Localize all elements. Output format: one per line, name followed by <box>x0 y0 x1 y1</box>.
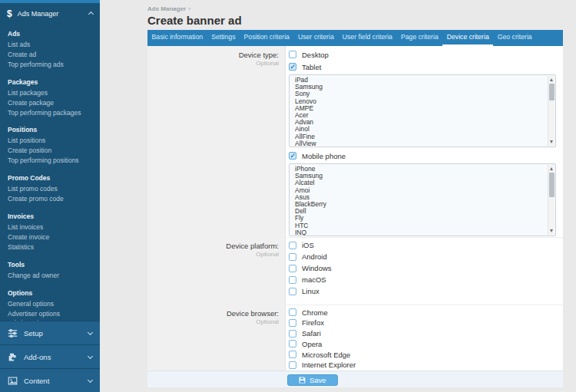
sidebar-item-create-invoice[interactable]: Create invoice <box>0 232 100 242</box>
sidebar-item-list-packages[interactable]: List packages <box>0 88 100 98</box>
checkbox-option-internet-explorer[interactable]: Internet Explorer <box>289 361 558 369</box>
list-items: iPhone Samsung Alcatel Amoi Asus BlackBe… <box>290 164 555 236</box>
checkbox[interactable] <box>289 265 296 272</box>
list-item[interactable]: Dell <box>295 208 545 215</box>
sidebar-item-create-ad[interactable]: Create ad <box>0 50 100 60</box>
scroll-down-icon[interactable] <box>550 140 553 143</box>
breadcrumb-separator-icon: › <box>188 5 190 12</box>
sidebar-item-setup[interactable]: Setup <box>0 321 100 344</box>
sidebar-item-list-promo-codes[interactable]: List promo codes <box>0 184 100 194</box>
tab-settings[interactable]: Settings <box>207 30 240 46</box>
optional-hint: Optional <box>147 60 279 68</box>
checkbox-option-tablet[interactable]: Tablet <box>289 62 558 71</box>
sidebar-item-top-performing-ads[interactable]: Top performing ads <box>0 60 100 70</box>
sidebar-item-create-position[interactable]: Create position <box>0 146 100 156</box>
checkbox[interactable] <box>289 152 296 160</box>
save-button[interactable]: Save <box>287 374 338 386</box>
scrollbar-thumb[interactable] <box>549 173 554 197</box>
tab-basic-information[interactable]: Basic information <box>147 30 207 46</box>
sidebar-item-content[interactable]: Content <box>0 368 100 392</box>
scroll-down-icon[interactable] <box>550 229 553 232</box>
mobile-device-list[interactable]: iPhone Samsung Alcatel Amoi Asus BlackBe… <box>289 163 556 236</box>
tab-user-field-criteria[interactable]: User field criteria <box>338 30 396 46</box>
sidebar-item-top-performing-positions[interactable]: Top performing positions <box>0 156 100 166</box>
checkbox-option-linux[interactable]: Linux <box>289 287 558 295</box>
list-item[interactable]: BlackBerry <box>295 201 545 208</box>
list-item[interactable]: Asus <box>295 194 545 201</box>
list-item[interactable]: iPad <box>295 77 545 84</box>
list-item[interactable]: Samsung <box>295 84 545 91</box>
tab-geo-criteria[interactable]: Geo criteria <box>493 30 536 46</box>
sidebar-item-create-promo-code[interactable]: Create promo code <box>0 194 100 204</box>
list-item[interactable]: Ainol <box>295 126 545 133</box>
list-item[interactable]: Lenovo <box>295 98 545 105</box>
tab-position-criteria[interactable]: Position criteria <box>240 30 293 46</box>
list-item[interactable]: Sony <box>295 91 545 97</box>
list-item[interactable]: Advan <box>295 119 545 126</box>
list-item[interactable]: AMPE <box>295 105 545 112</box>
checkbox-option-mobile-phone[interactable]: Mobile phone <box>289 151 558 160</box>
list-item[interactable]: AllView <box>295 140 545 147</box>
list-item[interactable]: iPhone <box>295 166 545 173</box>
save-button-label: Save <box>310 376 326 384</box>
list-item[interactable]: HTC <box>295 222 545 229</box>
chevron-up-icon <box>88 12 94 17</box>
checkbox-option-macos[interactable]: macOS <box>289 275 558 284</box>
breadcrumb[interactable]: Ads Manager› <box>147 5 190 12</box>
sidebar-bottom-label: Add-ons <box>24 353 88 361</box>
checkbox-option-android[interactable]: Android <box>289 252 558 261</box>
list-item[interactable]: AllFine <box>295 133 545 140</box>
scrollbar-thumb[interactable] <box>549 84 554 100</box>
sidebar-item-top-performing-packages[interactable]: Top performing packages <box>0 108 100 118</box>
checkbox-option-safari[interactable]: Safari <box>289 330 558 338</box>
breadcrumb-label[interactable]: Ads Manager <box>147 5 186 12</box>
sidebar-item-add-ons[interactable]: Add-ons <box>0 344 100 368</box>
checkbox-label: Firefox <box>302 318 324 327</box>
checkbox[interactable] <box>289 308 296 316</box>
checkbox[interactable] <box>289 351 296 358</box>
scroll-up-icon[interactable] <box>550 78 553 81</box>
sidebar-item-general-options[interactable]: General options <box>0 299 100 309</box>
list-item[interactable]: Amoi <box>295 187 545 194</box>
sidebar-item-list-invoices[interactable]: List invoices <box>0 222 100 232</box>
checkbox[interactable] <box>289 361 296 369</box>
checkbox[interactable] <box>289 242 296 249</box>
sidebar-item-change-ad-owner[interactable]: Change ad owner <box>0 271 100 281</box>
checkbox[interactable] <box>289 63 296 71</box>
sidebar-item-list-ads[interactable]: List ads <box>0 40 100 50</box>
device-type-label-block: Device type: Optional <box>147 46 286 237</box>
checkbox[interactable] <box>289 340 296 348</box>
checkbox-option-firefox[interactable]: Firefox <box>289 319 558 327</box>
checkbox-option-desktop[interactable]: Desktop <box>289 50 558 59</box>
sidebar-item-advertiser-options[interactable]: Advertiser options <box>0 309 100 319</box>
scrollbar[interactable] <box>548 165 554 235</box>
list-item[interactable]: Acer <box>295 112 545 119</box>
list-item[interactable]: Samsung <box>295 173 545 180</box>
checkbox-option-chrome[interactable]: Chrome <box>289 308 558 316</box>
tab-page-criteria[interactable]: Page criteria <box>396 30 442 46</box>
sidebar-item-create-package[interactable]: Create package <box>0 98 100 108</box>
list-item[interactable]: INQ <box>295 229 545 236</box>
scroll-up-icon[interactable] <box>550 167 553 170</box>
checkbox-option-ios[interactable]: iOS <box>289 241 558 249</box>
tab-device-criteria[interactable]: Device criteria <box>442 30 493 46</box>
checkbox[interactable] <box>289 276 296 284</box>
scrollbar[interactable] <box>548 76 554 146</box>
checkbox-label: Android <box>302 252 327 261</box>
checkbox[interactable] <box>289 51 296 58</box>
checkbox-option-windows[interactable]: Windows <box>289 264 558 272</box>
sidebar-header-ads-manager[interactable]: $ Ads Manager <box>0 3 100 24</box>
sidebar-item-list-positions[interactable]: List positions <box>0 136 100 146</box>
list-item[interactable]: Fly <box>295 215 545 222</box>
checkbox[interactable] <box>289 319 296 327</box>
checkbox[interactable] <box>289 288 296 295</box>
tab-user-criteria[interactable]: User criteria <box>293 30 338 46</box>
checkbox[interactable] <box>289 330 296 338</box>
sidebar-item-statistics[interactable]: Statistics <box>0 242 100 252</box>
checkbox-option-opera[interactable]: Opera <box>289 340 558 348</box>
list-item[interactable]: Alcatel <box>295 180 545 186</box>
tablet-device-list[interactable]: iPad Samsung Sony Lenovo AMPE Acer Advan… <box>289 74 556 147</box>
checkbox[interactable] <box>289 253 296 261</box>
device-type-row: Device type: Optional Desktop Tablet iPa <box>147 46 563 237</box>
checkbox-option-microsoft-edge[interactable]: Microsoft Edge <box>289 351 558 358</box>
